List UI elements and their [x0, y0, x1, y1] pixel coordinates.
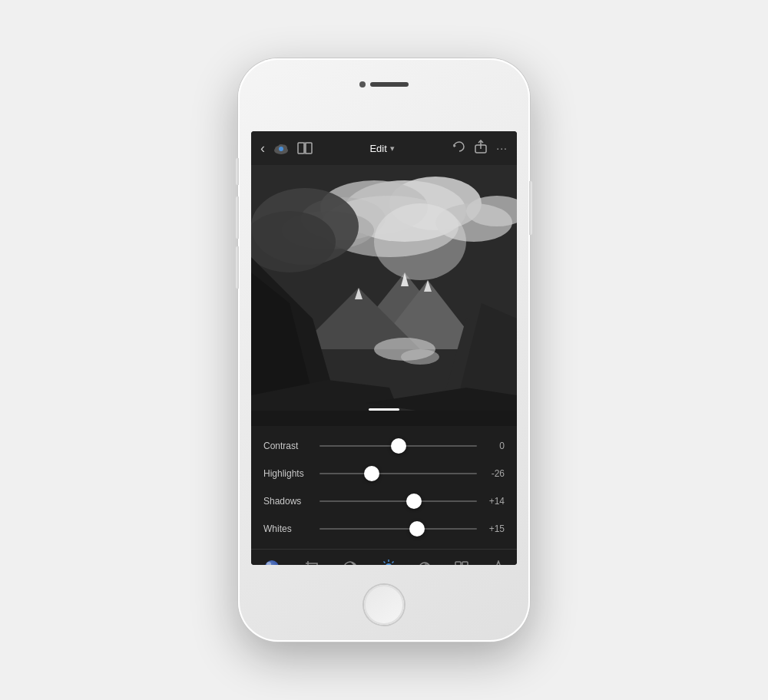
power-button	[529, 181, 532, 235]
highlights-value: -26	[483, 468, 505, 479]
more-options-button[interactable]: ···	[496, 142, 508, 154]
svg-point-35	[401, 349, 439, 365]
compare-icon[interactable]	[297, 142, 313, 154]
shadows-slider[interactable]	[319, 492, 477, 510]
svg-rect-33	[251, 411, 517, 426]
phone-device: ‹ Edit ▾	[238, 58, 530, 642]
contrast-label: Contrast	[263, 441, 313, 451]
svg-rect-37	[308, 563, 317, 566]
highlights-row: Highlights -26	[251, 460, 517, 487]
photo-area	[251, 165, 517, 426]
svg-line-48	[383, 561, 385, 563]
camera-dot	[359, 81, 366, 88]
header-left: ‹	[260, 140, 313, 157]
svg-rect-6	[306, 143, 312, 154]
nav-item-detail[interactable]: Detail	[483, 557, 514, 566]
header-center: Edit ▾	[369, 143, 394, 154]
sliders-panel: Contrast 0 Highlights -26	[251, 426, 517, 549]
light-icon	[381, 559, 396, 566]
speaker-bar	[370, 82, 409, 87]
volume-down-button	[236, 246, 239, 289]
header-right: ···	[452, 140, 508, 157]
phone-top-bar	[359, 81, 409, 88]
cloud-icon[interactable]	[273, 142, 290, 154]
svg-point-36	[374, 203, 466, 280]
svg-point-43	[386, 563, 392, 566]
nav-item-effects[interactable]: Effects	[446, 557, 477, 566]
whites-label: Whites	[263, 523, 313, 534]
whites-row: Whites +15	[251, 515, 517, 543]
scroll-indicator	[369, 408, 399, 411]
edit-label: Edit	[369, 143, 386, 154]
svg-rect-54	[462, 562, 468, 566]
edit-dropdown-icon[interactable]: ▾	[390, 144, 395, 154]
svg-marker-57	[493, 561, 504, 566]
detail-icon	[492, 560, 505, 566]
undo-button[interactable]	[452, 140, 465, 156]
svg-point-4	[279, 147, 283, 151]
highlights-slider[interactable]	[319, 464, 477, 483]
nav-item-crop[interactable]: Crop	[297, 557, 328, 566]
back-button[interactable]: ‹	[260, 140, 265, 157]
svg-line-50	[392, 561, 393, 563]
contrast-value: 0	[483, 441, 505, 451]
highlights-label: Highlights	[263, 468, 313, 479]
share-button[interactable]	[475, 140, 487, 157]
app-header: ‹ Edit ▾	[251, 131, 517, 165]
whites-value: +15	[483, 523, 505, 534]
effects-icon	[454, 560, 469, 566]
crop-icon	[305, 560, 320, 566]
svg-rect-5	[298, 143, 304, 154]
mountain-photo	[251, 165, 517, 426]
nav-item-presets[interactable]: Presets	[334, 557, 367, 566]
nav-item-light[interactable]: Light	[373, 556, 404, 566]
svg-rect-53	[455, 562, 461, 566]
color-icon	[417, 560, 432, 566]
shadows-row: Shadows +14	[251, 487, 517, 515]
whites-slider[interactable]	[319, 520, 477, 538]
contrast-slider[interactable]	[319, 437, 477, 455]
contrast-row: Contrast 0	[251, 432, 517, 460]
shadows-value: +14	[483, 496, 505, 507]
presets-icon	[343, 560, 358, 566]
volume-up-button	[236, 196, 239, 239]
mute-button	[236, 158, 239, 185]
phone-screen: ‹ Edit ▾	[251, 131, 517, 565]
home-button[interactable]	[364, 585, 404, 625]
nav-item-color[interactable]: Color	[409, 557, 440, 566]
nav-item-selective[interactable]: Selective	[254, 557, 292, 566]
bottom-nav: Selective Crop Presets	[251, 549, 517, 565]
shadows-label: Shadows	[263, 496, 313, 507]
